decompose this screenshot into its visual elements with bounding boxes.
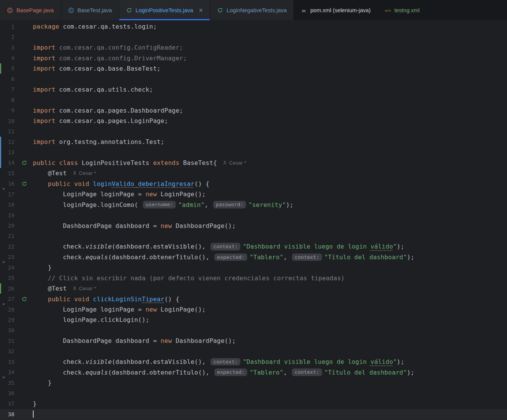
code-line: 34 check.equals(dashboard.obtenerTitulo(…: [0, 367, 507, 377]
code-line: 3import com.cesar.qa.config.ConfigReader…: [0, 42, 507, 53]
line-number: 30: [0, 327, 15, 333]
code-text: loginPage.loginComo( username:"admin", p…: [33, 199, 293, 210]
code-line: 22 check.visible(dashboard.estaVisible()…: [0, 241, 507, 252]
line-number: 25: [0, 275, 15, 281]
line-number: 26: [0, 286, 15, 292]
line-number: 13: [0, 149, 15, 155]
code-text: }: [33, 399, 37, 409]
code-line: 33 check.visible(dashboard.estaVisible()…: [0, 357, 507, 367]
tab-testng.xml[interactable]: </>testng.xml: [378, 0, 427, 20]
author-inlay[interactable]: Cesar *: [72, 286, 96, 291]
code-text: check.visible(dashboard.estaVisible(), c…: [33, 241, 404, 252]
code-text: check.equals(dashboard.obtenerTitulo(), …: [33, 252, 415, 262]
code-text: @TestCesar *: [33, 168, 96, 178]
line-number: 1: [0, 24, 15, 30]
class-icon: C: [7, 7, 13, 13]
tab-loginnegativetests.java[interactable]: LoginNegativeTests.java: [210, 0, 294, 20]
ide-window: CBasePage.javaCBaseTest.javaLoginPositiv…: [0, 0, 507, 420]
code-text: package com.cesar.qa.tests.login;: [33, 21, 157, 32]
gutter-dot: [3, 261, 5, 263]
test-class-icon: [126, 7, 132, 13]
tab-loginpositivetests.java[interactable]: LoginPositiveTests.java×: [119, 0, 210, 20]
code-line: 25 // Click sin escribir nada (por defec…: [0, 273, 507, 283]
code-line: 21: [0, 231, 507, 241]
line-number: 22: [0, 244, 15, 250]
code-line: 17 LoginPage loginPage = new LoginPage()…: [0, 189, 507, 199]
test-class-icon: [217, 7, 223, 13]
vcs-change-marker: [0, 283, 1, 294]
code-text: check.visible(dashboard.estaVisible(), c…: [33, 357, 404, 367]
code-editor[interactable]: 1package com.cesar.qa.tests.login;23impo…: [0, 20, 507, 420]
line-number: 29: [0, 317, 15, 323]
code-text: }: [33, 262, 52, 273]
line-number: 3: [0, 45, 15, 51]
line-number: 11: [0, 128, 15, 134]
tab-pom.xml-selenium-java[interactable]: mpom.xml (selenium-java): [294, 0, 378, 20]
inlay-hint: context:: [292, 368, 322, 376]
svg-text:</>: </>: [385, 8, 391, 12]
tab-label: testng.xml: [394, 7, 420, 13]
line-number: 2: [0, 34, 15, 40]
code-text: loginPage.clickLogin();: [33, 315, 149, 325]
code-line: 10import com.cesar.qa.pages.LoginPage;: [0, 116, 507, 126]
maven-icon: m: [301, 7, 307, 13]
code-line: 9import com.cesar.qa.pages.DashboardPage…: [0, 105, 507, 116]
author-name: Cesar *: [79, 170, 96, 176]
code-text: @TestCesar *: [33, 283, 96, 294]
tab-basetest.java[interactable]: CBaseTest.java: [61, 0, 119, 20]
code-line: 30: [0, 325, 507, 336]
author-inlay[interactable]: Cesar *: [72, 170, 96, 176]
code-line: 16 public void loginValido_deberiaIngres…: [0, 179, 507, 189]
gutter-dot: [3, 376, 5, 378]
run-test-icon: [21, 160, 27, 166]
code-text: LoginPage loginPage = new LoginPage();: [33, 189, 206, 199]
vcs-change-marker: [0, 158, 1, 168]
line-number: 35: [0, 380, 15, 386]
code-line: 14public class LoginPositiveTests extend…: [0, 158, 507, 168]
inlay-hint: context:: [211, 358, 240, 366]
code-line: 32: [0, 346, 507, 357]
code-text: }: [33, 378, 52, 388]
gutter-icon-slot[interactable]: [15, 181, 33, 187]
vcs-change-marker: [0, 137, 1, 147]
code-text: // Click sin escribir nada (por defecto …: [33, 273, 345, 283]
inlay-hint: context:: [211, 243, 240, 250]
code-text: import com.cesar.qa.base.BaseTest;: [33, 63, 160, 74]
code-line: 20 DashboardPage dashboard = new Dashboa…: [0, 220, 507, 231]
line-number: 21: [0, 233, 15, 239]
gutter-icon-slot[interactable]: [15, 296, 33, 302]
inlay-hint: expected:: [214, 368, 247, 376]
line-number: 6: [0, 76, 15, 82]
inlay-hint: username:: [143, 201, 176, 208]
tab-basepage.java[interactable]: CBasePage.java: [0, 0, 61, 20]
code-line: 36: [0, 388, 507, 398]
line-number: 5: [0, 65, 15, 71]
code-text: public class LoginPositiveTests extends …: [33, 158, 246, 168]
code-line: 37}: [0, 399, 507, 409]
code-line: 1package com.cesar.qa.tests.login;: [0, 21, 507, 32]
line-number: 8: [0, 97, 15, 103]
code-text: import org.testng.annotations.Test;: [33, 137, 164, 147]
run-test-icon: [21, 296, 27, 302]
line-number: 16: [0, 181, 15, 187]
code-line: 4import com.cesar.qa.config.DriverManage…: [0, 53, 507, 63]
line-number: 28: [0, 307, 15, 313]
gutter-dot: [3, 303, 5, 305]
code-text: import com.cesar.qa.config.DriverManager…: [33, 53, 187, 63]
line-number: 10: [0, 118, 15, 124]
line-number: 7: [0, 86, 15, 92]
author-name: Cesar *: [79, 286, 96, 291]
code-text: DashboardPage dashboard = new DashboardP…: [33, 336, 236, 346]
code-line: 23 check.equals(dashboard.obtenerTitulo(…: [0, 252, 507, 262]
user-icon: [72, 171, 77, 176]
code-line: 29 loginPage.clickLogin();: [0, 315, 507, 325]
code-line: 24 }: [0, 262, 507, 273]
author-inlay[interactable]: Cesar *: [222, 160, 246, 166]
code-text: DashboardPage dashboard = new DashboardP…: [33, 220, 236, 231]
gutter-icon-slot[interactable]: [15, 160, 33, 166]
line-number: 12: [0, 139, 15, 145]
close-icon[interactable]: ×: [199, 7, 203, 14]
code-line: 6: [0, 74, 507, 84]
code-text: import com.cesar.qa.pages.DashboardPage;: [33, 105, 183, 116]
run-test-icon: [21, 181, 27, 187]
